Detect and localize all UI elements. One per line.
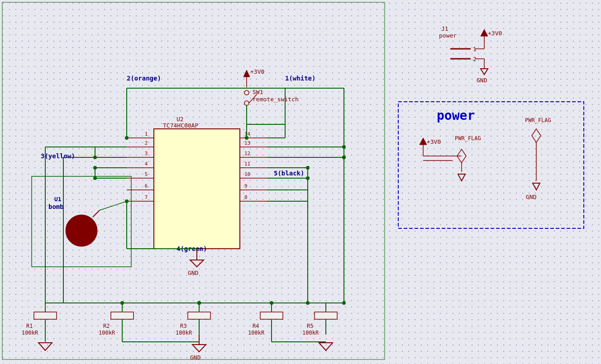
pwr-flag-right-symbol	[532, 129, 541, 142]
sw1-value: remote_switch	[253, 96, 299, 103]
pin14-label: 14	[244, 131, 251, 137]
bomb-symbol	[66, 215, 97, 246]
pin2-label: 2	[145, 140, 148, 146]
gnd-r1	[38, 343, 52, 350]
sw1-bottom	[244, 90, 249, 95]
power-gnd-right-label: GND	[526, 194, 537, 200]
pin11-label: 11	[244, 161, 250, 167]
j1-vcc-label: +3V0	[488, 30, 502, 37]
j1-vcc-arrow	[481, 29, 488, 36]
j1-gnd-arrow	[481, 69, 488, 75]
r2-value: 100kR	[99, 330, 115, 336]
net-black-label: 5(black)	[274, 170, 304, 177]
power-vcc-label: +3V0	[427, 138, 441, 145]
gnd-center-label: GND	[190, 354, 201, 361]
svg-line-15	[100, 201, 127, 210]
pwr-flag-right-label: PWR_FLAG	[525, 117, 551, 123]
net-white-label: 1(white)	[285, 75, 315, 82]
pin10-label: 10	[244, 171, 250, 177]
junction-sw1	[245, 136, 248, 140]
r1-body	[34, 312, 57, 319]
sw1-top	[244, 101, 249, 105]
r4-value: 100kR	[248, 330, 265, 336]
gnd-center	[192, 345, 206, 352]
pin1-label: 1	[145, 131, 148, 137]
schematic-canvas: U2 TC74HC00AP 1 2 3 4 5 6 7 14 13 12 11 …	[0, 0, 601, 364]
ic-u2-ref: U2	[176, 116, 184, 123]
net-orange-label: 2(orange)	[127, 75, 161, 82]
r5-value: 100kR	[302, 330, 319, 336]
r5-ref: R5	[307, 323, 313, 329]
svg-line-14	[93, 210, 100, 217]
pwr-flag-left-label: PWR_FLAG	[455, 135, 481, 142]
pin12-label: 12	[244, 151, 250, 156]
pin6-label: 6	[145, 183, 148, 189]
junction-pin4	[93, 166, 97, 170]
pin4-label: 4	[145, 161, 148, 167]
r3-ref: R3	[180, 323, 186, 329]
gnd-r5	[319, 343, 333, 350]
power-box-title: power	[437, 108, 475, 123]
junction-pin5	[93, 176, 97, 180]
j1-value: power	[439, 32, 457, 39]
pin5-label: 5	[145, 171, 148, 177]
power-box	[398, 102, 584, 228]
r2-ref: R2	[103, 323, 110, 329]
r3-body	[188, 312, 210, 319]
r4-body	[260, 312, 283, 319]
net-yellow-label: 3(yellow)	[41, 152, 75, 160]
gnd-ic-label: GND	[188, 269, 199, 276]
ic-u2-body	[154, 129, 240, 249]
sw1-power-arrow	[243, 70, 250, 77]
pin8-label: 8	[244, 194, 248, 200]
u1-value: bomb	[48, 203, 64, 210]
pin3-label: 3	[145, 151, 148, 156]
junction-r3-top	[197, 301, 201, 305]
j1-ref: J1	[441, 25, 448, 32]
junction1	[125, 136, 129, 140]
r4-ref: R4	[253, 323, 259, 329]
r3-value: 100kR	[176, 330, 192, 336]
sw1-ref: SW1	[253, 89, 263, 95]
ic-u2-value: TC74HC00AP	[163, 122, 198, 129]
power-gnd-right-arrow	[533, 183, 540, 190]
j1-gnd-label: GND	[477, 77, 487, 84]
r2-body	[111, 312, 134, 319]
r5-body	[315, 312, 337, 319]
junction-r5-bot	[306, 301, 310, 305]
junction-pin7	[125, 199, 129, 203]
pin13-label: 13	[244, 140, 250, 146]
r1-ref: R1	[26, 323, 33, 329]
pin7-label: 7	[145, 194, 148, 200]
power-vcc-arrow	[420, 138, 427, 145]
sw1-vcc-label: +3V0	[250, 68, 264, 75]
u1-ref: U1	[54, 196, 62, 203]
power-gnd-left-arrow	[458, 174, 465, 181]
pin9-label: 9	[244, 183, 248, 189]
r1-value: 100kR	[22, 330, 38, 336]
gnd-ic	[190, 260, 204, 267]
